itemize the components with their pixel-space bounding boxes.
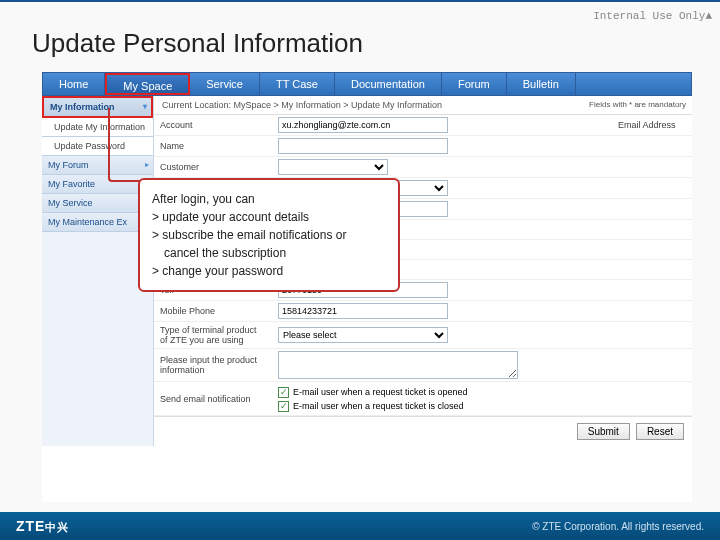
watermark-text: Internal Use Only▲ [593, 10, 712, 22]
nav-home[interactable]: Home [43, 73, 105, 95]
checkbox-opened-icon[interactable]: ✓ [278, 387, 289, 398]
nav-documentation[interactable]: Documentation [335, 73, 442, 95]
nav-my-space[interactable]: My Space [105, 73, 190, 95]
footer: ZTE中兴 © ZTE Corporation. All rights rese… [0, 512, 720, 540]
reset-button[interactable]: Reset [636, 423, 684, 440]
checkbox-opened-label: E-mail user when a request ticket is ope… [293, 387, 468, 397]
account-field[interactable] [278, 117, 448, 133]
callout-connector [108, 108, 184, 182]
name-field[interactable] [278, 138, 448, 154]
submit-button[interactable]: Submit [577, 423, 630, 440]
sidebar-item-my-service[interactable]: My Service▸ [42, 194, 153, 213]
customer-select[interactable] [278, 159, 388, 175]
callout-line2: > update your account details [152, 208, 386, 226]
product-info-textarea[interactable] [278, 351, 518, 379]
page-title: Update Personal Information [32, 28, 363, 59]
callout-line3: > subscribe the email notifications or [152, 226, 386, 244]
button-row: Submit Reset [154, 416, 692, 446]
zte-logo: ZTE中兴 [16, 518, 69, 535]
mobile-field[interactable] [278, 303, 448, 319]
nav-tt-case[interactable]: TT Case [260, 73, 335, 95]
breadcrumb-text: Current Location: MySpace > My Informati… [162, 100, 442, 110]
callout-line4: cancel the subscription [152, 244, 386, 262]
callout-line5: > change your password [152, 262, 386, 280]
label-product-info: Please input the product information [154, 352, 272, 378]
label-email-notify: Send email notification [154, 391, 272, 407]
top-nav: Home My Space Service TT Case Documentat… [42, 72, 692, 96]
nav-service[interactable]: Service [190, 73, 260, 95]
mandatory-note: Fields with * are mandatory [589, 100, 686, 109]
checkbox-closed-label: E-mail user when a request ticket is clo… [293, 401, 464, 411]
checkbox-closed-icon[interactable]: ✓ [278, 401, 289, 412]
callout-line1: After login, you can [152, 190, 386, 208]
label-mobile: Mobile Phone [154, 303, 272, 319]
breadcrumb: Current Location: MySpace > My Informati… [154, 96, 692, 115]
label-terminal-type: Type of terminal product of ZTE you are … [154, 322, 272, 348]
nav-bulletin[interactable]: Bulletin [507, 73, 576, 95]
copyright: © ZTE Corporation. All rights reserved. [532, 521, 704, 532]
annotation-callout: After login, you can > update your accou… [138, 178, 400, 292]
sidebar-item-my-maintenance[interactable]: My Maintenance Ex▸ [42, 213, 153, 232]
terminal-select[interactable]: Please select [278, 327, 448, 343]
top-accent-line [0, 0, 720, 2]
nav-forum[interactable]: Forum [442, 73, 507, 95]
label-email: Email Address [612, 117, 692, 133]
